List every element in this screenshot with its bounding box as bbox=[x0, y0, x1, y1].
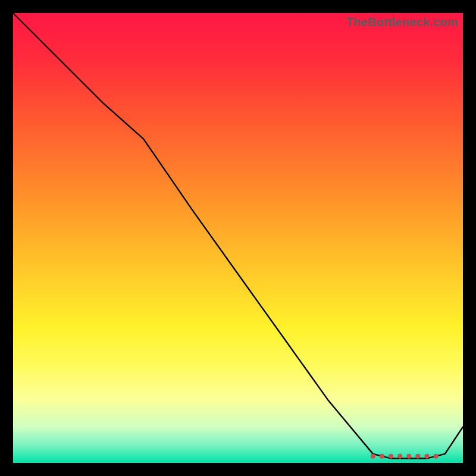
marker-dot bbox=[380, 454, 384, 459]
marker-dot bbox=[425, 454, 430, 459]
chart-svg bbox=[13, 13, 463, 463]
marker-dot bbox=[397, 454, 402, 459]
marker-dot bbox=[406, 454, 411, 459]
bottleneck-curve-path bbox=[13, 13, 463, 458]
chart-container: TheBottleneck.com bbox=[0, 0, 476, 476]
marker-dot bbox=[371, 454, 375, 459]
marker-dot bbox=[415, 454, 420, 459]
marker-dot bbox=[389, 454, 393, 459]
marker-dot bbox=[434, 454, 439, 459]
plot-area: TheBottleneck.com bbox=[13, 13, 463, 463]
